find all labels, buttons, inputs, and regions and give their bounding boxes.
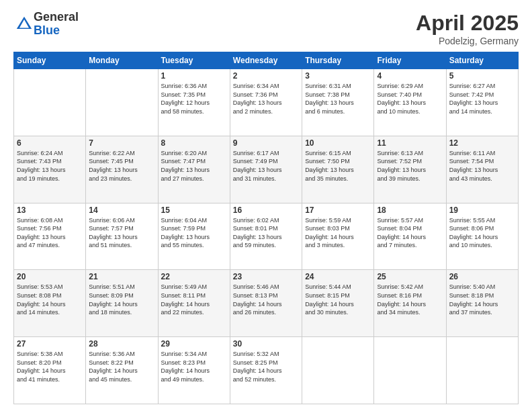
day-cell: 18Sunrise: 5:57 AM Sunset: 8:04 PM Dayli… — [374, 203, 446, 270]
day-cell: 27Sunrise: 5:38 AM Sunset: 8:20 PM Dayli… — [14, 337, 86, 404]
day-info: Sunrise: 5:42 AM Sunset: 8:16 PM Dayligh… — [377, 283, 443, 316]
day-info: Sunrise: 5:44 AM Sunset: 8:15 PM Dayligh… — [305, 283, 371, 316]
day-number: 24 — [305, 272, 371, 281]
weekday-tuesday: Tuesday — [158, 52, 230, 69]
day-number: 5 — [449, 71, 515, 81]
week-row-4: 27Sunrise: 5:38 AM Sunset: 8:20 PM Dayli… — [14, 337, 519, 404]
weekday-thursday: Thursday — [302, 52, 374, 69]
day-info: Sunrise: 5:59 AM Sunset: 8:03 PM Dayligh… — [305, 216, 371, 250]
day-number: 14 — [89, 205, 154, 215]
week-row-0: 1Sunrise: 6:36 AM Sunset: 7:35 PM Daylig… — [14, 69, 519, 136]
day-cell: 8Sunrise: 6:20 AM Sunset: 7:47 PM Daylig… — [158, 136, 230, 203]
day-info: Sunrise: 5:57 AM Sunset: 8:04 PM Dayligh… — [377, 216, 443, 250]
day-number: 3 — [305, 71, 371, 81]
day-cell: 25Sunrise: 5:42 AM Sunset: 8:16 PM Dayli… — [374, 270, 446, 337]
day-cell: 26Sunrise: 5:40 AM Sunset: 8:18 PM Dayli… — [446, 270, 518, 337]
day-info: Sunrise: 6:15 AM Sunset: 7:50 PM Dayligh… — [305, 149, 371, 183]
title-block: April 2025 Podelzig, Germany — [416, 11, 519, 46]
day-number: 15 — [161, 205, 227, 215]
day-info: Sunrise: 5:38 AM Sunset: 8:20 PM Dayligh… — [17, 350, 83, 383]
day-number: 7 — [89, 138, 154, 148]
day-cell: 29Sunrise: 5:34 AM Sunset: 8:23 PM Dayli… — [158, 337, 230, 404]
day-number: 26 — [449, 272, 515, 281]
day-cell: 20Sunrise: 5:53 AM Sunset: 8:08 PM Dayli… — [14, 270, 86, 337]
day-info: Sunrise: 6:04 AM Sunset: 7:59 PM Dayligh… — [161, 216, 227, 250]
day-cell — [446, 337, 518, 404]
weekday-friday: Friday — [374, 52, 446, 69]
page: General Blue April 2025 Podelzig, German… — [0, 0, 532, 411]
day-info: Sunrise: 6:13 AM Sunset: 7:52 PM Dayligh… — [377, 149, 443, 183]
day-info: Sunrise: 6:20 AM Sunset: 7:47 PM Dayligh… — [161, 149, 227, 183]
week-row-2: 13Sunrise: 6:08 AM Sunset: 7:56 PM Dayli… — [14, 203, 519, 270]
day-cell: 6Sunrise: 6:24 AM Sunset: 7:43 PM Daylig… — [14, 136, 86, 203]
day-number: 10 — [305, 138, 371, 148]
day-cell: 21Sunrise: 5:51 AM Sunset: 8:09 PM Dayli… — [86, 270, 158, 337]
week-row-3: 20Sunrise: 5:53 AM Sunset: 8:08 PM Dayli… — [14, 270, 519, 337]
day-number: 20 — [17, 272, 83, 281]
day-number: 21 — [89, 272, 154, 281]
day-number: 13 — [17, 205, 83, 215]
day-cell: 24Sunrise: 5:44 AM Sunset: 8:15 PM Dayli… — [302, 270, 374, 337]
day-cell: 28Sunrise: 5:36 AM Sunset: 8:22 PM Dayli… — [86, 337, 158, 404]
day-info: Sunrise: 5:55 AM Sunset: 8:06 PM Dayligh… — [449, 216, 515, 250]
logo-icon — [15, 15, 34, 34]
day-number: 11 — [377, 138, 443, 148]
logo: General Blue — [13, 11, 79, 38]
day-cell: 10Sunrise: 6:15 AM Sunset: 7:50 PM Dayli… — [302, 136, 374, 203]
weekday-sunday: Sunday — [14, 52, 86, 69]
week-row-1: 6Sunrise: 6:24 AM Sunset: 7:43 PM Daylig… — [14, 136, 519, 203]
weekday-monday: Monday — [86, 52, 158, 69]
day-cell: 7Sunrise: 6:22 AM Sunset: 7:45 PM Daylig… — [86, 136, 158, 203]
calendar-table: SundayMondayTuesdayWednesdayThursdayFrid… — [13, 52, 519, 404]
day-cell: 1Sunrise: 6:36 AM Sunset: 7:35 PM Daylig… — [158, 69, 230, 136]
day-cell: 4Sunrise: 6:29 AM Sunset: 7:40 PM Daylig… — [374, 69, 446, 136]
day-info: Sunrise: 5:53 AM Sunset: 8:08 PM Dayligh… — [17, 283, 83, 316]
day-info: Sunrise: 5:34 AM Sunset: 8:23 PM Dayligh… — [161, 350, 227, 383]
day-info: Sunrise: 6:02 AM Sunset: 8:01 PM Dayligh… — [233, 216, 299, 250]
day-number: 8 — [161, 138, 227, 148]
day-number: 16 — [233, 205, 299, 215]
day-number: 12 — [449, 138, 515, 148]
day-info: Sunrise: 6:08 AM Sunset: 7:56 PM Dayligh… — [17, 216, 83, 250]
day-number: 18 — [377, 205, 443, 215]
day-cell: 15Sunrise: 6:04 AM Sunset: 7:59 PM Dayli… — [158, 203, 230, 270]
day-info: Sunrise: 6:29 AM Sunset: 7:40 PM Dayligh… — [377, 82, 443, 116]
day-cell: 9Sunrise: 6:17 AM Sunset: 7:49 PM Daylig… — [230, 136, 302, 203]
day-number: 23 — [233, 272, 299, 281]
day-info: Sunrise: 5:46 AM Sunset: 8:13 PM Dayligh… — [233, 283, 299, 316]
day-number: 30 — [233, 339, 299, 349]
weekday-wednesday: Wednesday — [230, 52, 302, 69]
day-cell: 16Sunrise: 6:02 AM Sunset: 8:01 PM Dayli… — [230, 203, 302, 270]
day-number: 22 — [161, 272, 227, 281]
day-info: Sunrise: 6:27 AM Sunset: 7:42 PM Dayligh… — [449, 82, 515, 116]
day-cell — [302, 337, 374, 404]
day-number: 6 — [17, 138, 83, 148]
day-cell: 13Sunrise: 6:08 AM Sunset: 7:56 PM Dayli… — [14, 203, 86, 270]
day-info: Sunrise: 5:32 AM Sunset: 8:25 PM Dayligh… — [233, 350, 299, 383]
day-info: Sunrise: 6:11 AM Sunset: 7:54 PM Dayligh… — [449, 149, 515, 183]
day-cell: 2Sunrise: 6:34 AM Sunset: 7:36 PM Daylig… — [230, 69, 302, 136]
day-number: 28 — [89, 339, 154, 349]
day-cell — [374, 337, 446, 404]
day-number: 29 — [161, 339, 227, 349]
header: General Blue April 2025 Podelzig, German… — [13, 11, 519, 46]
day-cell: 23Sunrise: 5:46 AM Sunset: 8:13 PM Dayli… — [230, 270, 302, 337]
day-number: 25 — [377, 272, 443, 281]
day-cell: 30Sunrise: 5:32 AM Sunset: 8:25 PM Dayli… — [230, 337, 302, 404]
day-info: Sunrise: 5:40 AM Sunset: 8:18 PM Dayligh… — [449, 283, 515, 316]
day-info: Sunrise: 6:34 AM Sunset: 7:36 PM Dayligh… — [233, 82, 299, 116]
day-cell: 17Sunrise: 5:59 AM Sunset: 8:03 PM Dayli… — [302, 203, 374, 270]
day-info: Sunrise: 5:51 AM Sunset: 8:09 PM Dayligh… — [89, 283, 154, 316]
day-cell — [86, 69, 158, 136]
weekday-header-row: SundayMondayTuesdayWednesdayThursdayFrid… — [14, 52, 519, 69]
location: Podelzig, Germany — [416, 36, 519, 46]
day-info: Sunrise: 6:31 AM Sunset: 7:38 PM Dayligh… — [305, 82, 371, 116]
calendar-body: 1Sunrise: 6:36 AM Sunset: 7:35 PM Daylig… — [14, 69, 519, 404]
day-number: 9 — [233, 138, 299, 148]
day-number: 17 — [305, 205, 371, 215]
day-number: 4 — [377, 71, 443, 81]
day-info: Sunrise: 6:22 AM Sunset: 7:45 PM Dayligh… — [89, 149, 154, 183]
day-cell: 12Sunrise: 6:11 AM Sunset: 7:54 PM Dayli… — [446, 136, 518, 203]
day-info: Sunrise: 6:06 AM Sunset: 7:57 PM Dayligh… — [89, 216, 154, 250]
weekday-saturday: Saturday — [446, 52, 518, 69]
